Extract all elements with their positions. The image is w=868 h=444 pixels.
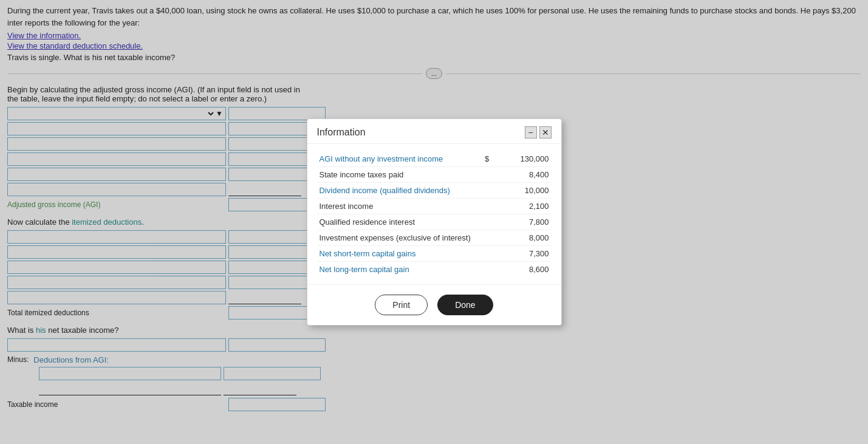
modal-minimize-button[interactable]: −: [525, 126, 537, 138]
info-dollar-5: [481, 230, 493, 246]
modal-close-button[interactable]: ✕: [539, 126, 552, 138]
info-label-5: Investment expenses (exclusive of intere…: [317, 230, 481, 246]
info-dollar-3: [481, 199, 493, 214]
info-value-7: 8,600: [493, 262, 552, 278]
info-table: AGI without any investment income$130,00…: [317, 151, 552, 277]
modal-footer: Print Done: [307, 284, 561, 325]
info-row-1: State income taxes paid8,400: [317, 167, 552, 183]
info-value-1: 8,400: [493, 167, 552, 183]
info-label-2: Dividend income (qualified dividends): [317, 183, 481, 199]
info-row-5: Investment expenses (exclusive of intere…: [317, 230, 552, 246]
modal-controls: − ✕: [525, 126, 552, 138]
info-dollar-7: [481, 262, 493, 278]
info-dollar-6: [481, 246, 493, 262]
info-value-3: 2,100: [493, 199, 552, 214]
info-value-6: 7,300: [493, 246, 552, 262]
print-button[interactable]: Print: [375, 295, 428, 315]
modal-body: AGI without any investment income$130,00…: [307, 144, 561, 284]
info-dollar-0: $: [481, 151, 493, 167]
information-modal: Information − ✕ AGI without any investme…: [307, 118, 562, 326]
info-dollar-1: [481, 167, 493, 183]
modal-header: Information − ✕: [307, 119, 561, 144]
info-row-6: Net short-term capital gains7,300: [317, 246, 552, 262]
info-value-0: 130,000: [493, 151, 552, 167]
info-row-7: Net long-term capital gain8,600: [317, 262, 552, 278]
info-label-7: Net long-term capital gain: [317, 262, 481, 278]
done-button[interactable]: Done: [437, 295, 493, 315]
info-row-0: AGI without any investment income$130,00…: [317, 151, 552, 167]
modal-title: Information: [317, 127, 366, 138]
info-value-4: 7,800: [493, 214, 552, 230]
info-label-1: State income taxes paid: [317, 167, 481, 183]
info-row-3: Interest income2,100: [317, 199, 552, 214]
info-label-3: Interest income: [317, 199, 481, 214]
info-value-5: 8,000: [493, 230, 552, 246]
info-label-6: Net short-term capital gains: [317, 246, 481, 262]
info-label-4: Qualified residence interest: [317, 214, 481, 230]
info-dollar-2: [481, 183, 493, 199]
modal-overlay: Information − ✕ AGI without any investme…: [0, 0, 868, 418]
info-value-2: 10,000: [493, 183, 552, 199]
info-row-4: Qualified residence interest7,800: [317, 214, 552, 230]
info-row-2: Dividend income (qualified dividends)10,…: [317, 183, 552, 199]
info-dollar-4: [481, 214, 493, 230]
info-label-0: AGI without any investment income: [317, 151, 481, 167]
